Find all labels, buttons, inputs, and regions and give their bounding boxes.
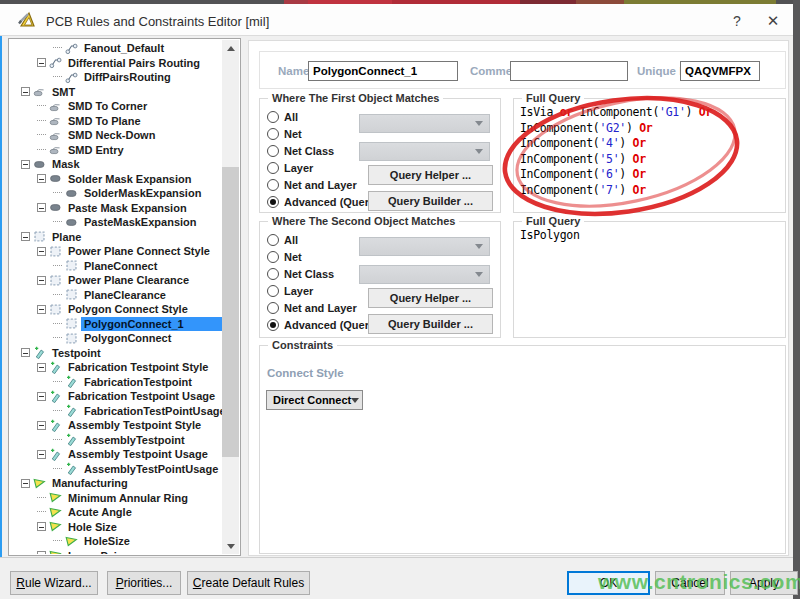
tree-item[interactable]: Fabrication Testpoint Style	[10, 360, 222, 375]
tree-item[interactable]: SMD To Corner	[10, 99, 222, 114]
tree-item[interactable]: Minimum Annular Ring	[10, 491, 222, 506]
radio-icon[interactable]	[267, 251, 279, 263]
collapse-icon[interactable]	[37, 421, 46, 430]
tree-item[interactable]: PolygonConnect_1	[10, 317, 222, 332]
collapse-icon[interactable]	[21, 160, 30, 169]
connect-style-dropdown[interactable]: Direct Connect	[266, 390, 363, 410]
full-query-second-text[interactable]: IsPolygon	[520, 228, 781, 333]
collapse-icon[interactable]	[21, 232, 30, 241]
radio-icon[interactable]	[267, 128, 279, 140]
radio-option-net-and-layer[interactable]: Net and Layer	[267, 299, 379, 316]
scroll-down-icon[interactable]	[222, 538, 239, 554]
tree-item[interactable]: Mask	[10, 157, 222, 172]
tree-item[interactable]: SMD To Plane	[10, 114, 222, 129]
scroll-up-icon[interactable]	[222, 40, 239, 56]
collapse-icon[interactable]	[37, 203, 46, 212]
tree-item[interactable]: Hole Size	[10, 520, 222, 535]
radio-icon[interactable]	[267, 268, 279, 280]
tree-item[interactable]: PasteMaskExpansion	[10, 215, 222, 230]
collapse-icon[interactable]	[37, 247, 46, 256]
close-icon[interactable]: ✕	[758, 10, 788, 32]
query-helper-button[interactable]: Query Helper ...	[368, 288, 493, 308]
tree-item[interactable]: Manufacturing	[10, 476, 222, 491]
tree-item[interactable]: SMD Neck-Down	[10, 128, 222, 143]
tree-item[interactable]: AssemblyTestpoint	[10, 433, 222, 448]
collapse-icon[interactable]	[37, 276, 46, 285]
radio-icon[interactable]	[267, 234, 279, 246]
tree-item[interactable]: Power Plane Connect Style	[10, 244, 222, 259]
tree-item[interactable]: Assembly Testpoint Usage	[10, 447, 222, 462]
tree-item[interactable]: Layer Pairs	[10, 549, 222, 555]
radio-option-advanced-query-[interactable]: Advanced (Query)	[267, 316, 379, 333]
tree-item-label: AssemblyTestpoint	[81, 433, 188, 447]
radio-icon[interactable]	[267, 285, 279, 297]
tree-item[interactable]: SMT	[10, 85, 222, 100]
collapse-icon[interactable]	[37, 305, 46, 314]
collapse-icon[interactable]	[21, 87, 30, 96]
tree-item[interactable]: SMD Entry	[10, 143, 222, 158]
radio-option-advanced-query-[interactable]: Advanced (Query)	[267, 193, 379, 210]
radio-icon[interactable]	[267, 319, 279, 331]
radio-label: Advanced (Query)	[284, 196, 379, 208]
tree-item[interactable]: Acute Angle	[10, 505, 222, 520]
collapse-icon[interactable]	[37, 522, 46, 531]
tree-scrollbar[interactable]	[222, 40, 239, 554]
tree-item[interactable]: Solder Mask Expansion	[10, 172, 222, 187]
radio-label: Net and Layer	[284, 302, 357, 314]
tree-item[interactable]: PlaneConnect	[10, 259, 222, 274]
tree-item[interactable]: Fabrication Testpoint Usage	[10, 389, 222, 404]
radio-icon[interactable]	[267, 196, 279, 208]
tree-item[interactable]: AssemblyTestPointUsage	[10, 462, 222, 477]
unique-id-input[interactable]	[680, 61, 760, 81]
priorities-button[interactable]: Priorities...	[107, 571, 181, 595]
collapse-icon[interactable]	[37, 450, 46, 459]
tree-item[interactable]: Plane	[10, 230, 222, 245]
radio-option-net-and-layer[interactable]: Net and Layer	[267, 176, 379, 193]
tree-item[interactable]: Fanout_Default	[10, 41, 222, 56]
collapse-icon[interactable]	[21, 479, 30, 488]
radio-icon[interactable]	[267, 302, 279, 314]
radio-label: Net and Layer	[284, 179, 357, 191]
tree-item[interactable]: DiffPairsRouting	[10, 70, 222, 85]
tree-item[interactable]: Paste Mask Expansion	[10, 201, 222, 216]
scrollbar-thumb[interactable]	[222, 167, 239, 457]
collapse-icon[interactable]	[37, 174, 46, 183]
collapse-icon[interactable]	[37, 551, 46, 554]
radio-icon[interactable]	[267, 179, 279, 191]
tree-item[interactable]: PolygonConnect	[10, 331, 222, 346]
tree-item[interactable]: Power Plane Clearance	[10, 273, 222, 288]
rule-wizard-button[interactable]: Rule Wizard...	[10, 571, 98, 595]
tree-item-label: FabricationTestpoint	[81, 375, 195, 389]
tree-item[interactable]: SolderMaskExpansion	[10, 186, 222, 201]
query-helper-button[interactable]: Query Helper ...	[368, 165, 493, 185]
radio-icon[interactable]	[267, 145, 279, 157]
tree-item[interactable]: Differential Pairs Routing	[10, 56, 222, 71]
comment-input[interactable]	[510, 61, 628, 81]
net-class-combo	[359, 265, 490, 284]
tree-item[interactable]: FabricationTestpoint	[10, 375, 222, 390]
tree-item[interactable]: HoleSize	[10, 534, 222, 549]
tree-item-label: Layer Pairs	[65, 549, 130, 554]
tree-item[interactable]: Assembly Testpoint Style	[10, 418, 222, 433]
tree-item[interactable]: Testpoint	[10, 346, 222, 361]
radio-option-layer[interactable]: Layer	[267, 282, 379, 299]
name-input[interactable]	[308, 61, 458, 81]
collapse-icon[interactable]	[37, 58, 46, 67]
collapse-icon[interactable]	[21, 348, 30, 357]
radio-icon[interactable]	[267, 111, 279, 123]
query-builder-button[interactable]: Query Builder ...	[368, 191, 493, 211]
tree-connector	[53, 192, 62, 194]
create-default-rules-button[interactable]: Create Default Rules	[187, 571, 310, 595]
tree-item[interactable]: PlaneClearance	[10, 288, 222, 303]
tree-item[interactable]: Polygon Connect Style	[10, 302, 222, 317]
query-builder-button[interactable]: Query Builder ...	[368, 314, 493, 334]
radio-icon[interactable]	[267, 162, 279, 174]
collapse-icon[interactable]	[37, 363, 46, 372]
tree-item-label: Paste Mask Expansion	[65, 201, 190, 215]
tree-item[interactable]: FabricationTestPointUsage	[10, 404, 222, 419]
radio-label: Layer	[284, 162, 313, 174]
full-query-first-text[interactable]: IsVia or InComponent('G1') OrInComponent…	[520, 105, 781, 208]
radio-option-layer[interactable]: Layer	[267, 159, 379, 176]
collapse-icon[interactable]	[37, 392, 46, 401]
help-button[interactable]: ?	[722, 10, 752, 32]
